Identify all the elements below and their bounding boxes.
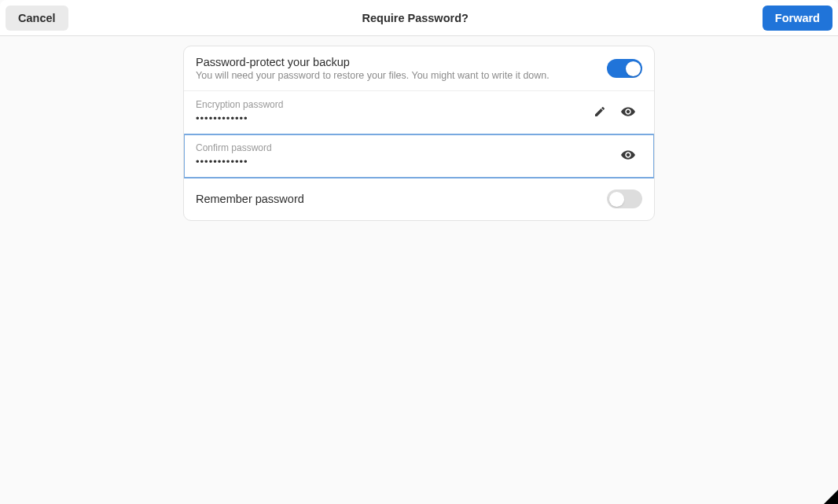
- remember-password-toggle[interactable]: [607, 189, 642, 208]
- encryption-password-input[interactable]: [196, 112, 586, 124]
- toggle-knob: [626, 61, 641, 76]
- remember-password-text: Remember password: [196, 193, 607, 205]
- confirm-password-field: Confirm password: [196, 142, 614, 167]
- toggle-knob: [609, 192, 624, 207]
- cancel-button[interactable]: Cancel: [6, 6, 68, 31]
- forward-button[interactable]: Forward: [763, 6, 832, 31]
- eye-icon[interactable]: [614, 97, 642, 126]
- password-protect-toggle[interactable]: [607, 59, 642, 78]
- dialog-title: Require Password?: [362, 12, 468, 24]
- password-protect-title: Password-protect your backup: [196, 56, 607, 68]
- encryption-password-row[interactable]: Encryption password: [184, 91, 654, 134]
- remember-password-row: Remember password: [184, 178, 654, 220]
- password-protect-subtitle: You will need your password to restore y…: [196, 70, 607, 81]
- remember-password-label: Remember password: [196, 193, 607, 205]
- resize-handle[interactable]: [824, 490, 838, 504]
- password-protect-text: Password-protect your backup You will ne…: [196, 56, 607, 81]
- settings-panel: Password-protect your backup You will ne…: [183, 46, 655, 221]
- confirm-password-input[interactable]: [196, 156, 614, 167]
- eye-icon[interactable]: [614, 141, 642, 169]
- dialog-header: Cancel Require Password? Forward: [0, 0, 838, 36]
- encryption-password-field: Encryption password: [196, 99, 586, 124]
- password-protect-row: Password-protect your backup You will ne…: [184, 46, 654, 91]
- edit-icon[interactable]: [586, 97, 614, 126]
- confirm-password-label: Confirm password: [196, 142, 614, 153]
- dialog-content: Password-protect your backup You will ne…: [0, 36, 838, 221]
- encryption-password-label: Encryption password: [196, 99, 586, 110]
- confirm-password-row[interactable]: Confirm password: [184, 134, 654, 178]
